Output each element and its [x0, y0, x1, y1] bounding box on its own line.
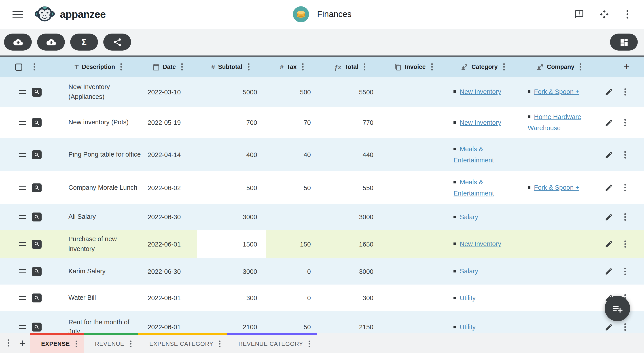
- total-cell[interactable]: 300: [320, 284, 382, 311]
- column-menu-button[interactable]: [179, 62, 185, 71]
- category-cell[interactable]: Meals & Entertainment: [447, 138, 521, 171]
- company-cell[interactable]: [521, 138, 599, 171]
- category-link[interactable]: New Inventory: [460, 88, 501, 95]
- description-cell[interactable]: Rent for the month of July: [58, 311, 141, 333]
- category-cell[interactable]: Salary: [447, 204, 521, 230]
- invoice-cell[interactable]: [382, 284, 447, 311]
- date-cell[interactable]: 2022-03-10: [141, 77, 197, 107]
- edit-row-button[interactable]: [605, 183, 613, 192]
- category-link[interactable]: New Inventory: [460, 240, 501, 247]
- column-header-company[interactable]: Company: [521, 62, 599, 71]
- drag-handle-icon[interactable]: [19, 186, 26, 190]
- total-cell[interactable]: 550: [320, 171, 382, 204]
- company-cell[interactable]: [521, 204, 599, 230]
- category-cell[interactable]: New Inventory: [447, 230, 521, 258]
- company-cell[interactable]: Fork & Spoon +: [521, 77, 599, 107]
- row-menu-button[interactable]: [622, 88, 628, 96]
- column-header-category[interactable]: Category: [447, 62, 521, 71]
- column-menu-button[interactable]: [245, 62, 252, 71]
- feedback-button[interactable]: [574, 10, 584, 19]
- date-cell[interactable]: 2022-06-01: [141, 311, 197, 333]
- tab-revenue-category[interactable]: REVENUE CATEGORY: [227, 333, 317, 353]
- company-cell[interactable]: [521, 284, 599, 311]
- invoice-cell[interactable]: [382, 77, 447, 107]
- tax-cell[interactable]: [266, 204, 320, 230]
- total-cell[interactable]: 3000: [320, 258, 382, 284]
- description-cell[interactable]: Ali Salary: [58, 204, 141, 230]
- views-button[interactable]: [610, 34, 638, 51]
- category-cell[interactable]: Meals & Entertainment: [447, 171, 521, 204]
- import-upload-button[interactable]: [4, 34, 32, 51]
- subtotal-cell[interactable]: 500: [197, 171, 266, 204]
- total-cell[interactable]: 770: [320, 107, 382, 138]
- description-cell[interactable]: New Inventory (Appliances): [58, 77, 141, 107]
- expand-record-button[interactable]: [32, 183, 42, 192]
- column-header-invoice[interactable]: Invoice: [382, 62, 447, 71]
- edit-row-button[interactable]: [605, 213, 613, 221]
- subtotal-cell[interactable]: 2100: [197, 311, 266, 333]
- tab-expense-category[interactable]: EXPENSE CATEGORY: [138, 333, 227, 353]
- column-menu-button[interactable]: [362, 62, 368, 71]
- row-menu-button[interactable]: [622, 212, 628, 221]
- description-cell[interactable]: Water Bill: [58, 284, 141, 311]
- category-cell[interactable]: Salary: [447, 258, 521, 284]
- category-cell[interactable]: Utility: [447, 311, 521, 333]
- edit-row-button[interactable]: [605, 88, 613, 96]
- tax-cell[interactable]: 150: [266, 230, 320, 258]
- edit-row-button[interactable]: [605, 118, 613, 127]
- company-cell[interactable]: [521, 230, 599, 258]
- drag-handle-icon[interactable]: [19, 215, 26, 219]
- invoice-cell[interactable]: [382, 258, 447, 284]
- expand-record-button[interactable]: [32, 118, 42, 127]
- subtotal-cell[interactable]: 3000: [197, 204, 266, 230]
- invoice-cell[interactable]: [382, 107, 447, 138]
- drag-handle-icon[interactable]: [19, 153, 26, 157]
- appanzee-logo[interactable]: appanzee: [34, 4, 106, 25]
- subtotal-cell[interactable]: 5000: [197, 77, 266, 107]
- category-link[interactable]: New Inventory: [460, 119, 501, 126]
- expand-record-button[interactable]: [32, 322, 42, 331]
- column-header-subtotal[interactable]: # Subtotal: [197, 62, 266, 71]
- tax-cell[interactable]: 50: [266, 171, 320, 204]
- category-cell[interactable]: New Inventory: [447, 77, 521, 107]
- tab-menu-button[interactable]: [306, 339, 312, 348]
- company-cell[interactable]: [521, 258, 599, 284]
- app-menu-button[interactable]: [624, 10, 630, 19]
- column-menu-button[interactable]: [429, 62, 435, 71]
- add-sheet-button[interactable]: +: [19, 337, 26, 348]
- menu-button[interactable]: [10, 8, 26, 21]
- date-cell[interactable]: 2022-06-30: [141, 258, 197, 284]
- select-all-checkbox[interactable]: [15, 63, 22, 71]
- company-cell[interactable]: Home Hardware Warehouse: [521, 107, 599, 138]
- edit-row-button[interactable]: [605, 240, 613, 248]
- row-menu-button[interactable]: [622, 267, 628, 276]
- tax-cell[interactable]: 0: [266, 258, 320, 284]
- column-header-date[interactable]: Date: [141, 62, 197, 71]
- date-cell[interactable]: 2022-04-14: [141, 138, 197, 171]
- row-menu-button[interactable]: [622, 322, 628, 331]
- company-cell[interactable]: Fork & Spoon +: [521, 171, 599, 204]
- expand-record-button[interactable]: [32, 267, 42, 276]
- invoice-cell[interactable]: [382, 138, 447, 171]
- total-cell[interactable]: 1650: [320, 230, 382, 258]
- date-cell[interactable]: 2022-06-01: [141, 284, 197, 311]
- subtotal-cell[interactable]: 300: [197, 284, 266, 311]
- column-header-description[interactable]: T Description: [58, 62, 141, 71]
- tab-menu-button[interactable]: [73, 339, 79, 348]
- edit-row-button[interactable]: [605, 267, 613, 276]
- expand-record-button[interactable]: [32, 88, 42, 96]
- date-cell[interactable]: 2022-06-01: [141, 230, 197, 258]
- description-cell[interactable]: Company Morale Lunch: [58, 171, 141, 204]
- drag-handle-icon[interactable]: [19, 90, 26, 94]
- category-link[interactable]: Meals & Entertainment: [454, 146, 494, 164]
- subtotal-cell[interactable]: 700: [197, 107, 266, 138]
- row-menu-button[interactable]: [622, 118, 628, 127]
- aggregate-button[interactable]: Σ: [70, 34, 98, 51]
- expand-record-button[interactable]: [32, 150, 42, 159]
- tax-cell[interactable]: 500: [266, 77, 320, 107]
- invoice-cell[interactable]: [382, 230, 447, 258]
- row-menu-button[interactable]: [622, 240, 628, 248]
- description-cell[interactable]: Purchase of new inventory: [58, 230, 141, 258]
- category-link[interactable]: Meals & Entertainment: [454, 179, 494, 197]
- category-link[interactable]: Utility: [460, 294, 476, 301]
